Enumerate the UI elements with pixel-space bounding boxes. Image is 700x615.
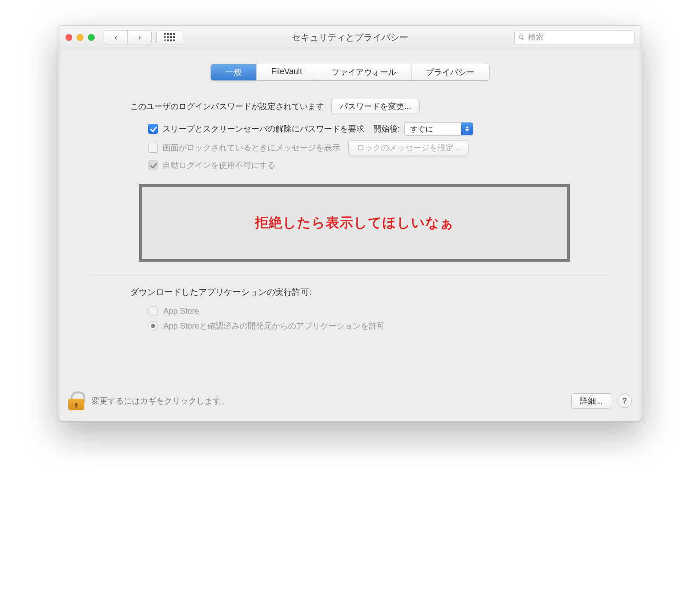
disable-autologin-label: 自動ログインを使用不可にする	[162, 160, 276, 171]
show-all-button[interactable]	[156, 30, 182, 44]
divider	[90, 275, 610, 276]
password-set-row: このユーザのログインパスワードが設定されています パスワードを変更...	[81, 99, 619, 114]
allow-appstore-radio[interactable]	[148, 306, 158, 316]
allow-appstore-row: App Store	[130, 306, 619, 316]
require-password-delay-select[interactable]: すぐに	[404, 122, 473, 136]
after-label: 開始後:	[373, 123, 400, 134]
lock-message-label: 画面がロックされているときにメッセージを表示	[162, 142, 340, 153]
preferences-window: ‹ › セキュリティとプライバシー	[58, 25, 642, 422]
allow-appstore-label: App Store	[163, 307, 199, 316]
window-body: 一般 FileVault ファイアウォール プライバシー このユーザのログインパ…	[58, 50, 642, 421]
annotation-box: 拒絶したら表示してほしいなぁ	[139, 184, 570, 262]
change-password-button[interactable]: パスワードを変更...	[331, 99, 420, 114]
footer: 変更するにはカギをクリックします。 詳細... ?	[58, 385, 642, 421]
search-field[interactable]	[514, 30, 634, 44]
back-button[interactable]: ‹	[104, 30, 127, 44]
close-window-button[interactable]	[66, 34, 72, 41]
require-password-label: スリープとスクリーンセーバの解除にパスワードを要求	[162, 123, 364, 134]
allow-identified-row: App Storeと確認済みの開発元からのアプリケーションを許可	[130, 321, 619, 331]
chevron-left-icon: ‹	[114, 33, 117, 41]
forward-button[interactable]: ›	[127, 30, 152, 44]
advanced-button[interactable]: 詳細...	[571, 393, 611, 409]
minimize-window-button[interactable]	[77, 34, 83, 41]
chevron-right-icon: ›	[138, 33, 141, 41]
search-input[interactable]	[527, 32, 630, 42]
tab-firewall[interactable]: ファイアウォール	[317, 64, 411, 80]
allow-apps-section: ダウンロードしたアプリケーションの実行許可: App Store App Sto…	[81, 286, 619, 331]
tab-general[interactable]: 一般	[211, 64, 257, 80]
tab-filevault[interactable]: FileVault	[257, 64, 317, 80]
lock-message-checkbox[interactable]	[148, 143, 158, 153]
help-button[interactable]: ?	[617, 394, 632, 408]
titlebar: ‹ › セキュリティとプライバシー	[58, 26, 642, 50]
disable-autologin-row: 自動ログインを使用不可にする	[148, 160, 619, 171]
nav-back-forward: ‹ ›	[104, 30, 152, 44]
allow-apps-title: ダウンロードしたアプリケーションの実行許可:	[130, 286, 619, 298]
require-password-row: スリープとスクリーンセーバの解除にパスワードを要求 開始後: すぐに	[148, 122, 619, 136]
search-icon	[518, 34, 525, 41]
annotation-text: 拒絶したら表示してほしいなぁ	[255, 215, 454, 230]
window-controls	[66, 34, 95, 41]
allow-identified-radio[interactable]	[148, 321, 158, 331]
allow-identified-label: App Storeと確認済みの開発元からのアプリケーションを許可	[163, 321, 385, 331]
tab-bar: 一般 FileVault ファイアウォール プライバシー	[210, 64, 490, 81]
login-options: スリープとスクリーンセーバの解除にパスワードを要求 開始後: すぐに 画面がロッ…	[81, 122, 619, 171]
set-lock-message-button[interactable]: ロックのメッセージを設定...	[348, 140, 469, 155]
lock-hint-text: 変更するにはカギをクリックします。	[92, 395, 229, 406]
require-password-checkbox[interactable]	[148, 124, 158, 134]
lock-message-row: 画面がロックされているときにメッセージを表示 ロックのメッセージを設定...	[148, 140, 619, 155]
require-password-delay-value: すぐに	[410, 124, 461, 134]
tab-privacy[interactable]: プライバシー	[411, 64, 489, 80]
disable-autologin-checkbox[interactable]	[148, 160, 158, 170]
zoom-window-button[interactable]	[88, 34, 95, 41]
general-pane: このユーザのログインパスワードが設定されています パスワードを変更... スリー…	[58, 99, 642, 331]
select-caret-icon	[461, 123, 473, 135]
lock-button[interactable]	[68, 391, 84, 410]
grid-icon	[164, 33, 175, 41]
password-set-label: このユーザのログインパスワードが設定されています	[130, 101, 324, 112]
